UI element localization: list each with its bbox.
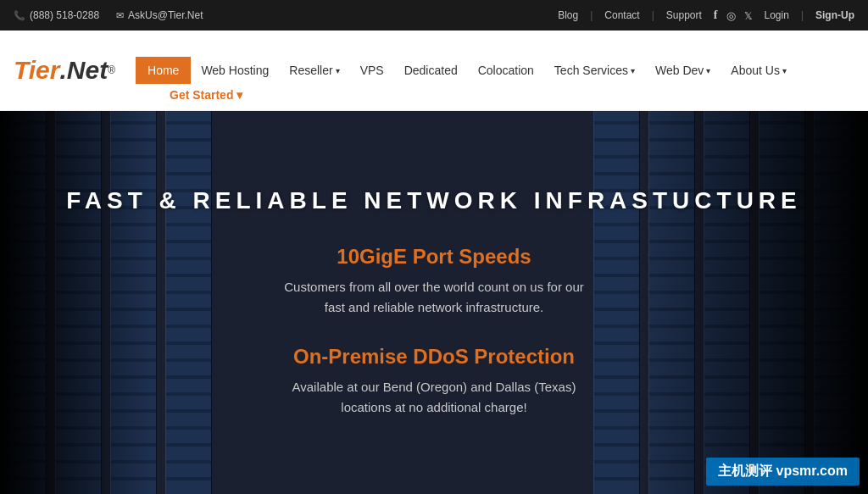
techservices-chevron: ▾ (631, 66, 635, 75)
email-address: AskUs@Tier.Net (128, 9, 203, 21)
twitter-icon[interactable] (744, 9, 753, 22)
phone-icon (14, 10, 25, 21)
email-info: AskUs@Tier.Net (116, 9, 203, 21)
hero-content: FAST & RELIABLE NETWORK INFRASTUCTURE 10… (49, 170, 819, 435)
nav-home[interactable]: Home (136, 57, 191, 84)
nav-webdev[interactable]: Web Dev ▾ (645, 57, 721, 84)
feature2-desc: Available at our Bend (Oregon) and Dalla… (66, 377, 802, 418)
blog-link[interactable]: Blog (558, 9, 578, 21)
feature1-title: 10GigE Port Speeds (66, 245, 802, 269)
logo: Tier.Net® (14, 56, 115, 85)
nav-reseller[interactable]: Reseller ▾ (279, 57, 349, 84)
nav-dedicated[interactable]: Dedicated (394, 57, 468, 84)
sep2: | (652, 9, 654, 21)
phone-number: (888) 518-0288 (30, 9, 99, 21)
logo-tier: Tier (14, 56, 59, 85)
top-bar: (888) 518-0288 AskUs@Tier.Net Blog | Con… (0, 0, 868, 31)
nav-techservices[interactable]: Tech Services ▾ (544, 57, 645, 84)
contact-link[interactable]: Contact (604, 9, 639, 21)
nav-colocation[interactable]: Colocation (468, 57, 544, 84)
logo-net: Net (67, 56, 108, 85)
phone-info: (888) 518-0288 (14, 9, 99, 21)
aboutus-chevron: ▾ (782, 66, 787, 75)
social-icons (714, 8, 753, 22)
nav-vps[interactable]: VPS (350, 57, 394, 84)
facebook-icon[interactable] (714, 8, 718, 22)
hero-section: FAST & RELIABLE NETWORK INFRASTUCTURE 10… (0, 111, 868, 494)
instagram-icon[interactable] (726, 9, 736, 22)
nav-links: Home Web Hosting Reseller ▾ VPS Dedicate… (136, 57, 854, 84)
signup-link[interactable]: Sign-Up (815, 9, 854, 21)
nav-aboutus[interactable]: About Us ▾ (721, 57, 797, 84)
login-link[interactable]: Login (765, 9, 789, 21)
watermark: 主机测评 vpsmr.com (706, 458, 860, 486)
top-bar-left: (888) 518-0288 AskUs@Tier.Net (14, 9, 203, 21)
sep1: | (590, 9, 593, 21)
webdev-chevron: ▾ (706, 66, 710, 75)
feature1-desc: Customers from all over the world count … (66, 277, 802, 318)
reseller-chevron: ▾ (336, 66, 340, 75)
support-link[interactable]: Support (666, 9, 702, 21)
nav-webhosting[interactable]: Web Hosting (191, 57, 279, 84)
navbar: Tier.Net® Home Web Hosting Reseller ▾ VP… (0, 31, 868, 111)
get-started-button[interactable]: Get Started ▾ (170, 88, 242, 102)
email-icon (116, 10, 124, 21)
top-bar-right: Blog | Contact | Support Login | Sign-Up (558, 8, 854, 22)
getstarted-chevron: ▾ (236, 88, 242, 102)
logo-dot: . (59, 56, 66, 85)
logo-reg: ® (108, 64, 115, 76)
sep3: | (801, 9, 804, 21)
feature2-title: On-Premise DDoS Protection (66, 345, 802, 369)
hero-headline: FAST & RELIABLE NETWORK INFRASTUCTURE (66, 187, 802, 214)
